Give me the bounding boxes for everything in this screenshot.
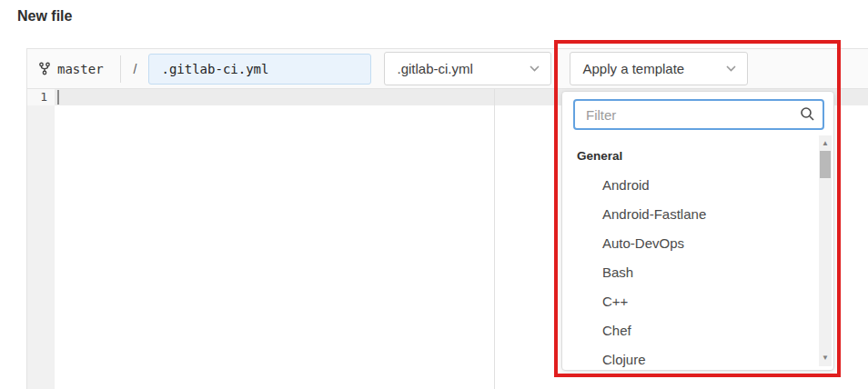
template-list: GeneralAndroidAndroid-FastlaneAuto-DevOp… — [562, 142, 817, 368]
list-item[interactable]: Android — [562, 171, 817, 200]
search-icon — [800, 106, 815, 122]
git-branch-icon — [38, 62, 51, 75]
editor-text-cursor — [57, 90, 59, 105]
apply-template-label: Apply a template — [582, 61, 684, 76]
file-type-select[interactable]: .gitlab-ci.yml — [384, 52, 551, 85]
list-item[interactable]: Auto-DevOps — [562, 229, 817, 258]
chevron-down-icon — [530, 65, 540, 72]
editor-print-margin — [494, 89, 495, 389]
line-number: 1 — [27, 89, 55, 105]
file-type-select-value: .gitlab-ci.yml — [397, 61, 472, 76]
scrollbar-up-arrow[interactable]: ▲ — [819, 137, 832, 150]
dropdown-scrollbar[interactable]: ▲ ▼ — [819, 135, 832, 366]
filename-input[interactable] — [148, 54, 371, 85]
scrollbar-down-arrow[interactable]: ▼ — [819, 352, 832, 364]
list-item[interactable]: Chef — [562, 316, 817, 345]
file-editor-toolbar: master / .gitlab-ci.yml Apply a template — [27, 49, 868, 89]
scrollbar-thumb[interactable] — [820, 151, 831, 178]
editor-gutter: 1 — [27, 89, 55, 389]
list-item[interactable]: Android-Fastlane — [562, 200, 817, 229]
apply-template-select[interactable]: Apply a template — [570, 52, 748, 85]
path-separator: / — [134, 62, 137, 76]
list-group-header: General — [562, 142, 817, 171]
chevron-down-icon — [726, 65, 736, 72]
list-item[interactable]: Bash — [562, 258, 817, 287]
filter-field-wrap — [573, 99, 824, 130]
branch-ref-link[interactable]: master — [38, 62, 104, 76]
page-title: New file — [17, 8, 72, 25]
template-filter-input[interactable] — [573, 99, 824, 130]
list-item[interactable]: C++ — [562, 287, 817, 316]
new-file-page: New file master / .gitlab — [0, 0, 868, 389]
template-dropdown-panel: GeneralAndroidAndroid-FastlaneAuto-DevOp… — [561, 91, 834, 371]
list-item[interactable]: Clojure — [562, 345, 817, 368]
toolbar-divider — [120, 55, 121, 83]
branch-name: master — [57, 62, 104, 76]
